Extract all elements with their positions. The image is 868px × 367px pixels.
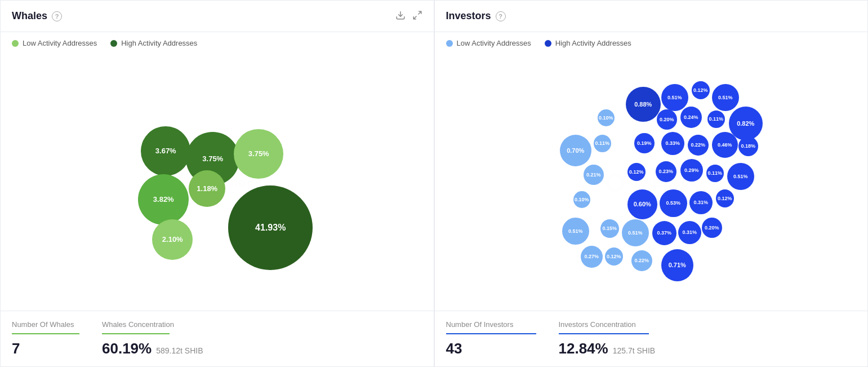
whales-count-underline [12,333,79,334]
investors-count-value: 43 [446,340,536,357]
whales-count-stat: Number Of Whales 7 [12,320,79,357]
investor-bubble: 0.12% [627,163,646,181]
investors-count-stat: Number Of Investors 43 [446,320,536,357]
investors-stats: Number Of Investors 43 Investors Concent… [435,311,868,366]
expand-icon[interactable] [412,10,422,23]
investors-title-text: Investors [446,10,491,22]
whales-high-dot [110,40,117,47]
investors-low-dot [446,40,453,47]
download-icon[interactable] [395,10,406,23]
investors-concentration-stat: Investors Concentration 12.84% 125.7t SH… [559,320,656,357]
investor-bubble: 0.12% [605,247,623,266]
whales-high-label: High Activity Addresses [121,39,197,47]
investors-count-underline [446,333,536,334]
investors-header: Investors ? [435,1,868,32]
whales-concentration-label: Whales Concentration [102,320,203,331]
investor-bubble: 0.23% [656,161,676,182]
investor-bubble: 0.31% [689,191,713,214]
whale-bubble: 1.18% [189,170,225,207]
investors-legend-high: High Activity Addresses [545,39,631,47]
investor-bubble: 0.12% [716,189,734,207]
whales-chart: ⬡ lookslock 41.93%3.75%3.67%3.82%3.75%1.… [1,54,434,311]
investors-concentration-sub: 125.7t SHIB [613,346,656,355]
whales-title: Whales ? [12,10,62,22]
investor-bubble: 0.51% [622,219,649,246]
investors-high-label: High Activity Addresses [555,39,631,47]
whales-concentration-underline [102,333,170,334]
investor-bubble: 0.46% [712,132,738,158]
whale-bubble: 41.93% [228,185,313,270]
investor-bubble: 0.19% [634,133,655,153]
whales-concentration-sub: 589.12t SHIB [156,346,203,355]
whales-title-text: Whales [12,10,47,22]
whales-low-label: Low Activity Addresses [23,39,97,47]
investors-concentration-underline [559,333,649,334]
investor-bubble: 0.51% [712,84,739,111]
investor-bubble: 0.11% [706,165,724,182]
whales-stats: Number Of Whales 7 Whales Concentration … [1,311,434,366]
investor-bubble: 0.27% [581,246,603,268]
whales-low-dot [12,40,19,47]
investor-bubble: 0.51% [661,84,688,111]
investor-bubble: 0.29% [680,159,703,182]
investor-bubble: 0.53% [660,189,687,217]
investor-bubble: 0.10% [573,191,590,208]
whale-bubble: 3.75% [234,129,283,179]
investor-bubble: 0.12% [692,81,710,99]
investor-bubble: 0.22% [688,135,709,156]
investors-count-label: Number Of Investors [446,320,536,331]
investor-bubble: 0.31% [678,221,701,244]
investor-bubble: 0.33% [661,132,684,155]
svg-line-2 [413,16,416,19]
investor-bubble: 0.11% [707,110,725,128]
whales-bubbles: 41.93%3.75%3.67%3.82%3.75%1.18%2.10% [99,76,335,290]
investor-bubble: 0.51% [727,163,754,190]
whales-concentration-value: 60.19% 589.12t SHIB [102,340,203,357]
whales-help-icon[interactable]: ? [52,11,62,21]
investors-low-label: Low Activity Addresses [457,39,531,47]
whale-bubble: 3.82% [138,174,189,225]
whales-concentration-stat: Whales Concentration 60.19% 589.12t SHIB [102,320,203,357]
investors-legend-low: Low Activity Addresses [446,39,531,47]
investor-bubble: 0.21% [584,165,604,185]
whales-count-value: 7 [12,340,79,357]
investor-bubble: 0.22% [631,250,652,271]
whales-legend-high: High Activity Addresses [110,39,197,47]
investor-bubble: 0.10% [598,109,615,126]
whale-bubble: 2.10% [152,219,193,260]
investor-bubble: 0.37% [652,221,676,245]
investor-bubble: 0.60% [627,189,657,219]
whales-legend-low: Low Activity Addresses [12,39,97,47]
whales-header: Whales ? [1,1,434,32]
investors-legend: Low Activity Addresses High Activity Add… [435,32,868,54]
investors-chart: ⬡ lookslock 0.88%0.51%0.12%0.51%0.10%0.2… [435,54,868,311]
investors-title: Investors ? [446,10,506,22]
whales-count-label: Number Of Whales [12,320,79,331]
svg-line-1 [418,11,421,14]
investor-bubble: 0.24% [680,107,702,128]
whale-bubble: 3.67% [141,126,190,176]
investors-bubbles: 0.88%0.51%0.12%0.51%0.10%0.20%0.24%0.11%… [522,76,781,290]
investor-bubble: 0.70% [560,135,591,166]
investor-bubble: 0.20% [702,218,722,238]
whales-panel: Whales ? Low [0,0,434,367]
whales-legend: Low Activity Addresses High Activity Add… [1,32,434,54]
investor-bubble: 0.15% [600,219,619,238]
investors-help-icon[interactable]: ? [496,11,506,21]
investor-bubble: 0.71% [661,249,693,281]
investors-concentration-value: 12.84% 125.7t SHIB [559,340,656,357]
whales-actions [395,10,422,23]
investor-bubble: 0.11% [594,135,611,152]
investor-bubble: 0.88% [626,87,661,122]
investor-bubble: 0.18% [738,136,758,156]
investors-panel: Investors ? Low Activity Addresses High … [434,0,869,367]
investors-concentration-label: Investors Concentration [559,320,656,331]
investors-high-dot [545,40,551,47]
investor-bubble: 0.20% [657,109,677,130]
investor-bubble: 0.51% [562,218,589,245]
